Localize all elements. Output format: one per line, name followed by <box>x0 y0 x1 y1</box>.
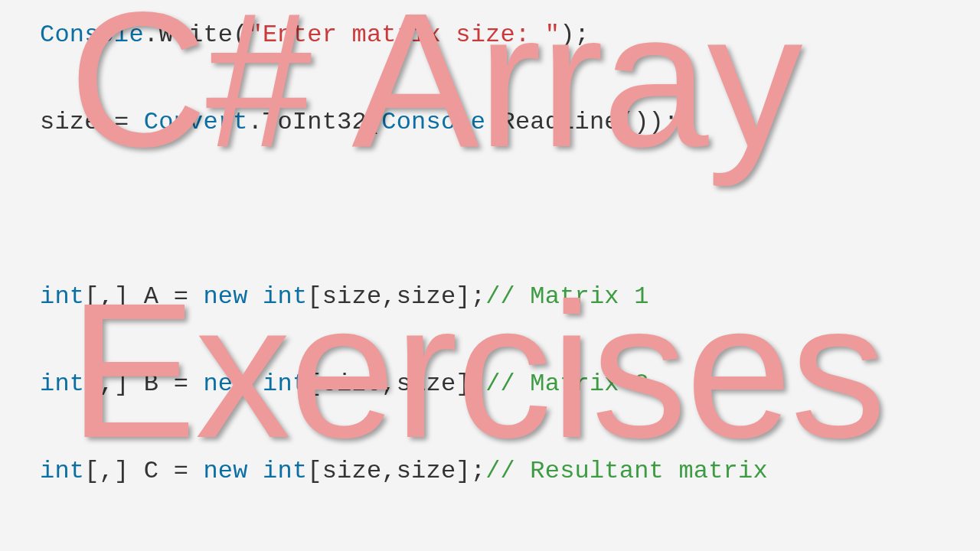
code-line: int[,] B = new int[size,size];// Matrix … <box>40 362 980 406</box>
code-line: size = Convert.ToInt32(Console.ReadLine(… <box>40 100 980 144</box>
code-line-blank <box>40 536 980 551</box>
code-line-blank <box>40 187 980 231</box>
code-line: int[,] A = new int[size,size];// Matrix … <box>40 275 980 318</box>
code-line: int[,] C = new int[size,size];// Resulta… <box>40 449 980 493</box>
code-line: Console.Write("Enter matrix size: "); <box>40 13 980 57</box>
code-background: Console.Write("Enter matrix size: "); si… <box>0 0 980 551</box>
